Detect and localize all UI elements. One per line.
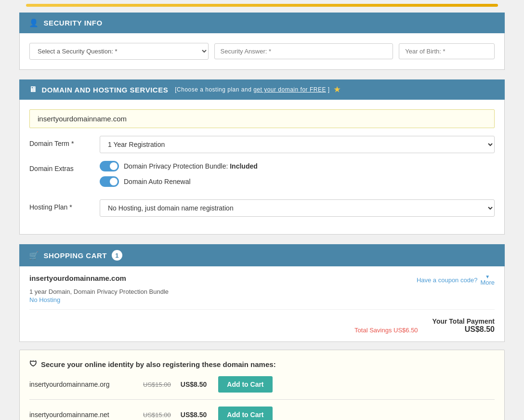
domain-term-row: Domain Term * 1 Year Registration2 Year … <box>29 136 495 153</box>
domain-extras-controls: Domain Privacy Protection Bundle: Includ… <box>100 161 495 192</box>
hosting-plan-row: Hosting Plan * No Hosting, just domain n… <box>29 199 495 217</box>
shopping-cart-header: 🛒 SHOPPING CART 1 <box>19 244 505 266</box>
more-text: More <box>480 279 495 286</box>
domain-header-text: DOMAIN AND HOSTING SERVICES [Choose a ho… <box>42 85 341 94</box>
security-icon: 👤 <box>29 18 39 27</box>
domain-term-label: Domain Term * <box>29 136 92 147</box>
domain-extras-label: Domain Extras <box>29 161 92 172</box>
domain-term-select[interactable]: 1 Year Registration2 Year Registration3 … <box>100 136 495 153</box>
security-info-body: Select a Security Question: *What is you… <box>19 33 505 70</box>
total-payment-amount: US$8.50 <box>432 325 495 334</box>
upsell-domain-0: insertyourdomainname.org <box>29 381 135 388</box>
more-link[interactable]: ▼ More <box>480 274 495 286</box>
security-answer-input[interactable] <box>214 43 393 59</box>
auto-renewal-label: Domain Auto Renewal <box>124 178 191 185</box>
security-info-section: 👤 SECURITY INFO Select a Security Questi… <box>0 13 524 79</box>
upsell-divider <box>29 399 495 400</box>
upsell-box: 🛡 Secure your online identity by also re… <box>19 350 505 420</box>
security-fields-row: Select a Security Question: *What is you… <box>29 43 495 60</box>
hosting-plan-select[interactable]: No Hosting, just domain name registratio… <box>100 199 495 217</box>
privacy-toggle[interactable] <box>100 161 119 171</box>
domain-hosting-section: 🖥 DOMAIN AND HOSTING SERVICES [Choose a … <box>0 79 524 244</box>
domain-hosting-header: 🖥 DOMAIN AND HOSTING SERVICES [Choose a … <box>19 79 505 100</box>
auto-renewal-toggle-slider <box>100 176 119 187</box>
year-of-birth-input[interactable] <box>399 43 495 59</box>
top-bar <box>0 0 524 13</box>
cart-domain-name: insertyourdomainname.com <box>29 274 126 282</box>
hosting-plan-label: Hosting Plan * <box>29 199 92 211</box>
security-header-title: SECURITY INFO <box>44 19 103 27</box>
shopping-cart-section: 🛒 SHOPPING CART 1 insertyourdomainname.c… <box>0 244 524 350</box>
hosting-plan-control: No Hosting, just domain name registratio… <box>100 199 495 217</box>
domain-name-display: insertyourdomainname.com <box>29 109 495 128</box>
domain-term-control: 1 Year Registration2 Year Registration3 … <box>100 136 495 153</box>
total-payment: Your Total Payment US$8.50 <box>432 317 495 334</box>
upsell-new-price-0: US$8.50 <box>181 381 207 388</box>
privacy-toggle-label: Domain Privacy Protection Bundle: Includ… <box>124 162 258 170</box>
shield-icon: 🛡 <box>29 360 37 368</box>
coupon-code-link[interactable]: Have a coupon code? <box>417 276 477 284</box>
auto-renewal-toggle[interactable] <box>100 176 119 187</box>
domain-free-link[interactable]: get your domain for FREE <box>253 86 326 93</box>
star-icon: ★ <box>334 85 341 94</box>
upsell-title: 🛡 Secure your online identity by also re… <box>29 360 495 368</box>
privacy-toggle-row: Domain Privacy Protection Bundle: Includ… <box>100 161 495 171</box>
total-savings: Total Savings US$6.50 <box>354 327 418 334</box>
upsell-domain-1: insertyourdomainname.net <box>29 411 135 419</box>
security-info-header: 👤 SECURITY INFO <box>19 13 505 33</box>
cart-header-inner: 🛒 SHOPPING CART 1 <box>29 250 122 261</box>
cart-total-row: Total Savings US$6.50 Your Total Payment… <box>29 309 495 334</box>
add-cart-button-0[interactable]: Add to Cart <box>218 376 272 393</box>
server-icon: 🖥 <box>29 85 37 94</box>
auto-renewal-toggle-row: Domain Auto Renewal <box>100 176 495 187</box>
progress-bar <box>26 4 498 7</box>
security-question-select[interactable]: Select a Security Question: *What is you… <box>29 43 209 60</box>
upsell-item-0: insertyourdomainname.org US$15.00 US$8.5… <box>29 376 495 393</box>
cart-item-header: insertyourdomainname.com Have a coupon c… <box>29 274 495 286</box>
privacy-toggle-slider <box>100 161 119 171</box>
cart-actions: Have a coupon code? ▼ More <box>417 274 495 286</box>
total-payment-label: Your Total Payment <box>432 317 495 325</box>
page-wrapper: 👤 SECURITY INFO Select a Security Questi… <box>0 0 524 420</box>
cart-body: insertyourdomainname.com Have a coupon c… <box>19 266 505 342</box>
upsell-old-price-0: US$15.00 <box>143 381 171 388</box>
cart-count-badge: 1 <box>112 250 122 261</box>
upsell-old-price-1: US$15.00 <box>143 411 171 419</box>
cart-header-title: SHOPPING CART <box>44 251 107 260</box>
domain-hosting-body: insertyourdomainname.com Domain Term * 1… <box>19 100 505 235</box>
domain-free-offer: [Choose a hosting plan and get your doma… <box>175 86 329 93</box>
cart-icon: 🛒 <box>29 251 39 260</box>
cart-details-text: 1 year Domain, Domain Privacy Protection… <box>29 288 495 295</box>
upsell-new-price-1: US$8.50 <box>181 411 207 419</box>
domain-extras-row: Domain Extras Domain Privacy Protection … <box>29 161 495 192</box>
domain-header-title: DOMAIN AND HOSTING SERVICES <box>42 86 169 94</box>
add-cart-button-1[interactable]: Add to Cart <box>218 407 272 420</box>
no-hosting-text: No Hosting <box>29 296 495 303</box>
upsell-item-1: insertyourdomainname.net US$15.00 US$8.5… <box>29 407 495 420</box>
